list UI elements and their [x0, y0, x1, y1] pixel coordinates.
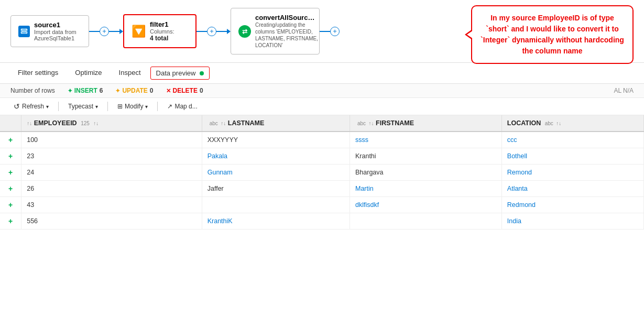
cell-location: ccc — [501, 132, 643, 148]
update-value: 0 — [150, 87, 154, 94]
table-row: +23PakalaKranthiBothell — [0, 148, 644, 165]
row-action[interactable]: + — [0, 197, 21, 213]
map-button[interactable]: ↗ Map d... — [164, 102, 200, 111]
col-header-firstname[interactable]: abc ↑↓ FIRSTNAME — [350, 115, 501, 132]
delete-value: 0 — [200, 87, 203, 94]
typecast-chevron-icon: ▾ — [95, 104, 98, 110]
col-header-lastname[interactable]: abc ↑↓ LASTNAME — [202, 115, 350, 132]
row-action[interactable]: + — [0, 165, 21, 181]
toolbar-divider-3 — [157, 102, 158, 111]
callout-bubble: In my source EmployeeID is of type `shor… — [471, 5, 634, 64]
svg-point-2 — [21, 29, 27, 30]
row-action[interactable]: + — [0, 132, 21, 148]
table-header-row: ↑↓ EMPLOYEEID 125 ↑↓ abc ↑↓ LASTNAME abc… — [0, 115, 644, 132]
source1-title: source1 — [34, 21, 77, 29]
source-db-icon — [18, 26, 30, 37]
table-row: +24GunnamBhargavaRemond — [0, 165, 644, 181]
refresh-icon: ↺ — [14, 102, 20, 111]
toolbar-divider-1 — [58, 102, 59, 111]
tab-bar: Filter settings Optimize Inspect Data pr… — [0, 63, 644, 84]
plus-button-2[interactable]: + — [207, 27, 216, 36]
plus-button-1[interactable]: + — [100, 27, 109, 36]
row-action-header — [0, 115, 21, 132]
tab-optimize[interactable]: Optimize — [68, 64, 109, 82]
filter1-title: filter1 — [150, 20, 174, 28]
filter1-node[interactable]: 🔽 filter1 Columns: 4 total — [123, 14, 197, 48]
insert-stat: ✦ INSERT 6 — [68, 87, 103, 94]
na-stat: AL N/A — [614, 87, 634, 94]
table-row: +100XXXYYYYssssccc — [0, 132, 644, 148]
cell-firstname: Bhargava — [350, 165, 501, 181]
table-row: +556KranthiKIndia — [0, 213, 644, 229]
cell-lastname: KranthiK — [202, 213, 350, 229]
col-type-firstname: abc — [357, 121, 366, 126]
row-action[interactable]: + — [0, 181, 21, 197]
cell-lastname: Gunnam — [202, 165, 350, 181]
data-table-container: ↑↓ EMPLOYEEID 125 ↑↓ abc ↑↓ LASTNAME abc… — [0, 115, 644, 229]
insert-value: 6 — [100, 87, 103, 94]
row-action[interactable]: + — [0, 213, 21, 229]
cell-location: Atlanta — [501, 181, 643, 197]
refresh-button[interactable]: ↺ Refresh ▾ — [10, 101, 52, 112]
row-action[interactable]: + — [0, 148, 21, 165]
convert-title: convertAllSourceShortT... — [255, 14, 318, 21]
convert-icon: ⇄ — [238, 25, 251, 38]
rows-stat: Number of rows — [10, 87, 55, 94]
cell-firstname — [350, 213, 501, 229]
cell-lastname: XXXYYYY — [202, 132, 350, 148]
map-icon: ↗ — [167, 103, 172, 110]
update-label: UPDATE — [122, 87, 147, 94]
cell-employeeid: 26 — [21, 181, 202, 197]
col-header-employeeid[interactable]: ↑↓ EMPLOYEEID 125 ↑↓ — [21, 115, 202, 132]
cell-employeeid: 43 — [21, 197, 202, 213]
table-row: +26JafferMartinAtlanta — [0, 181, 644, 197]
convert-node[interactable]: ⇄ convertAllSourceShortT... Creating/upd… — [231, 8, 320, 54]
tab-filter-settings[interactable]: Filter settings — [10, 64, 66, 82]
modify-button[interactable]: ⊞ Modify ▾ — [114, 102, 151, 111]
cell-firstname: Kranthi — [350, 148, 501, 165]
cell-location: Bothell — [501, 148, 643, 165]
delete-label: DELETE — [173, 87, 198, 94]
filter-icon: 🔽 — [132, 25, 146, 38]
col-type-lastname: abc — [210, 121, 218, 126]
cell-location: India — [501, 213, 643, 229]
convert-subtitle: Creating/updating the columns 'EMPLOYEEI… — [255, 21, 318, 49]
cell-location: Remond — [501, 165, 643, 181]
refresh-chevron-icon: ▾ — [46, 104, 49, 110]
source1-node[interactable]: source1 Import data from AzureSqlTable1 — [10, 15, 89, 47]
insert-label: INSERT — [74, 87, 97, 94]
col-sort-firstname-icon: ↑↓ — [369, 121, 374, 126]
col-sort-lastname-icon: ↑↓ — [221, 121, 226, 126]
cell-employeeid: 23 — [21, 148, 202, 165]
cell-lastname — [202, 197, 350, 213]
stats-bar: Number of rows ✦ INSERT 6 ✦ UPDATE 0 ✕ D… — [0, 84, 644, 98]
cell-firstname: dklfisdkf — [350, 197, 501, 213]
tab-inspect[interactable]: Inspect — [112, 64, 148, 82]
update-stat: ✦ UPDATE 0 — [115, 87, 153, 94]
modify-icon: ⊞ — [117, 103, 123, 110]
toolbar: ↺ Refresh ▾ Typecast ▾ ⊞ Modify ▾ ↗ Map … — [0, 98, 644, 115]
filter1-columns-label: Columns: — [150, 28, 174, 35]
cell-employeeid: 556 — [21, 213, 202, 229]
svg-point-3 — [21, 31, 27, 33]
delete-stat: ✕ DELETE 0 — [166, 87, 203, 94]
col-header-location[interactable]: LOCATION abc ↑↓ — [501, 115, 643, 132]
plus-button-3[interactable]: + — [330, 27, 340, 36]
rows-label: Number of rows — [10, 87, 55, 94]
cell-lastname: Jaffer — [202, 181, 350, 197]
callout-text: In my source EmployeeID is of type `shor… — [481, 14, 624, 55]
cell-firstname: Martin — [350, 181, 501, 197]
cell-firstname: ssss — [350, 132, 501, 148]
typecast-button[interactable]: Typecast ▾ — [65, 102, 101, 111]
source1-subtitle: Import data from AzureSqlTable1 — [34, 29, 77, 41]
table-row: +43dklfisdkfRedmond — [0, 197, 644, 213]
preview-dot — [200, 71, 204, 75]
cell-employeeid: 100 — [21, 132, 202, 148]
tab-data-preview[interactable]: Data preview — [150, 67, 210, 80]
cell-lastname: Pakala — [202, 148, 350, 165]
cell-location: Redmond — [501, 197, 643, 213]
col-sort-location-icon: ↑↓ — [556, 121, 561, 126]
toolbar-divider-2 — [107, 102, 108, 111]
cell-employeeid: 24 — [21, 165, 202, 181]
col-sort-icon: ↑↓ — [27, 121, 32, 126]
